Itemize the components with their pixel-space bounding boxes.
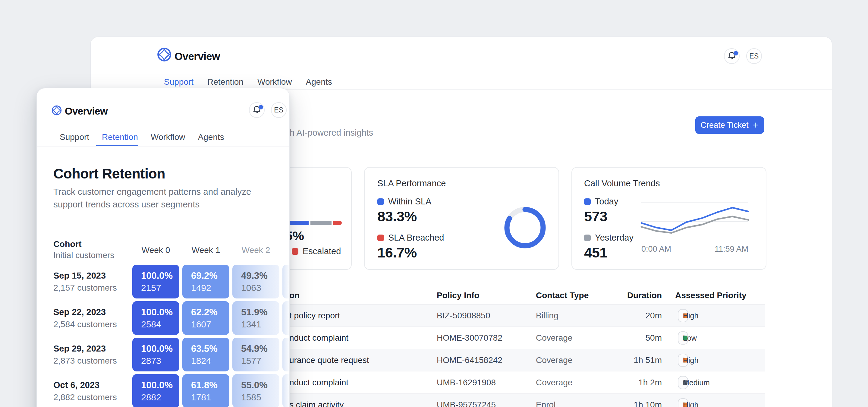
page-title: Cohort Retention (53, 165, 165, 182)
priority-label: Low (683, 334, 697, 342)
cell-duration: 1h 51m (621, 355, 662, 365)
cohort-date: Sep 15, 2023 (53, 271, 106, 281)
dashboard-window-front: Overview ES Support Retention Workflow A… (36, 88, 290, 407)
cell-duration: 1h 2m (621, 378, 662, 387)
retention-cell: 100.0%2157 (132, 265, 179, 299)
user-avatar[interactable]: ES (746, 48, 762, 64)
create-ticket-button[interactable]: Create Ticket + (695, 116, 764, 134)
x-axis-labels: 0:00 AM 11:59 AM (641, 245, 748, 254)
legend-label: Today (595, 196, 618, 207)
legend-within-sla: Within SLA (377, 196, 431, 207)
x-axis-start: 0:00 AM (641, 245, 671, 254)
cell-contact-type: Billing (536, 311, 558, 320)
retention-count: 2157 (141, 283, 161, 293)
retention-cell: 63.5%1824 (182, 338, 229, 371)
col-duration: Duration (621, 291, 662, 300)
tab-agents[interactable]: Agents (306, 77, 332, 87)
cell-description-fragment: urance quote request (289, 355, 369, 365)
retention-count: 1607 (191, 319, 211, 330)
tab-agents[interactable]: Agents (198, 132, 224, 142)
notifications-button[interactable] (724, 48, 740, 64)
cell-contact-type: Enrol (536, 400, 555, 407)
volume-line-chart (641, 202, 748, 241)
retention-cell: 69.2%1492 (182, 265, 229, 299)
priority-badge: High (678, 309, 688, 322)
user-avatar[interactable]: ES (271, 102, 287, 118)
cohort-date: Sep 22, 2023 (53, 307, 106, 317)
week-2-header: Week 2 (232, 245, 279, 255)
cohort-column-header: Cohort (53, 239, 82, 249)
priority-label: High (683, 311, 698, 320)
page-subtitle-fragment: h AI-powered insights (290, 128, 373, 138)
retention-count: 1063 (241, 283, 261, 293)
tab-workflow[interactable]: Workflow (257, 77, 292, 87)
cohort-column-subheader: Initial customers (53, 251, 114, 260)
notifications-button[interactable] (249, 102, 265, 118)
tab-workflow[interactable]: Workflow (151, 132, 185, 142)
tab-support[interactable]: Support (164, 77, 193, 87)
tab-bar: Support Retention Workflow Agents (60, 132, 224, 142)
x-axis-end: 11:59 AM (715, 245, 748, 254)
retention-cell: 55.0%1585 (232, 374, 279, 407)
retention-cell: 100.0%2584 (132, 301, 179, 335)
legend-sla-breached: SLA Breached (377, 233, 444, 243)
week-3-cell-clipped (282, 374, 290, 407)
cohort-size: 2,882 customers (53, 392, 117, 402)
retention-count: 1585 (241, 392, 261, 403)
tab-bar: Support Retention Workflow Agents (164, 77, 332, 87)
retention-cell: 51.9%1341 (232, 301, 279, 335)
today-value: 573 (584, 208, 607, 225)
retention-count: 2584 (141, 319, 161, 330)
priority-badge: High (678, 398, 688, 407)
cohort-date: Sep 29, 2023 (53, 344, 106, 354)
tab-retention[interactable]: Retention (207, 77, 244, 87)
sla-breached-value: 16.7% (377, 244, 417, 261)
col-assessed-priority: Assessed Priority (675, 291, 747, 300)
cell-duration: 1h 10m (621, 400, 662, 407)
legend-label: SLA Breached (388, 233, 444, 243)
cell-policy-info: BIZ-50908850 (437, 311, 490, 320)
retention-cell: 54.9%1577 (232, 338, 279, 371)
legend-swatch-red (377, 234, 384, 241)
cell-duration: 50m (621, 333, 662, 343)
retention-count: 1341 (241, 319, 261, 330)
cohort-row: Oct 6, 20232,882 customers100.0%288261.8… (37, 374, 289, 407)
card-sla-performance: SLA Performance Within SLA 83.3% SLA Bre… (364, 167, 559, 270)
today-line (641, 208, 748, 230)
legend-swatch-blue (377, 198, 384, 205)
retention-cell: 62.2%1607 (182, 301, 229, 335)
cohort-size: 2,584 customers (53, 319, 117, 329)
legend-label: Within SLA (388, 196, 431, 207)
cohort-size: 2,157 customers (53, 283, 117, 293)
content-divider (53, 218, 276, 218)
retention-count: 1492 (191, 283, 211, 293)
retention-percent: 63.5% (191, 343, 218, 354)
cell-description-fragment: nduct complaint (289, 333, 348, 343)
priority-label: High (683, 356, 698, 365)
cohort-row: Sep 29, 20232,873 customers100.0%287363.… (37, 338, 289, 371)
col-policy-info: Policy Info (437, 291, 479, 300)
legend-yesterday: Yesterday (584, 233, 633, 243)
yesterday-value: 451 (584, 244, 607, 261)
cell-duration: 20m (621, 311, 662, 320)
retention-percent: 100.0% (141, 343, 173, 354)
legend-escalated: Escalated (292, 246, 341, 256)
avatar-initials: ES (274, 106, 284, 114)
legend-label: Escalated (303, 246, 341, 256)
tab-retention[interactable]: Retention (102, 132, 138, 142)
retention-percent: 55.0% (241, 380, 268, 391)
legend-today: Today (584, 196, 618, 207)
cell-policy-info: HOME-64158242 (437, 355, 502, 365)
cell-policy-info: UMB-95757245 (437, 400, 496, 407)
cell-contact-type: Coverage (536, 355, 572, 365)
window-title: Overview (175, 50, 220, 62)
cohort-date: Oct 6, 2023 (53, 380, 99, 390)
retention-percent: 54.9% (241, 343, 268, 354)
tab-support[interactable]: Support (60, 132, 89, 142)
notification-dot (734, 51, 738, 56)
cell-contact-type: Coverage (536, 378, 572, 387)
priority-label: Medium (683, 378, 710, 387)
retention-percent: 62.2% (191, 307, 218, 318)
cell-contact-type: Coverage (536, 333, 572, 343)
col-description-fragment: on (289, 291, 300, 300)
